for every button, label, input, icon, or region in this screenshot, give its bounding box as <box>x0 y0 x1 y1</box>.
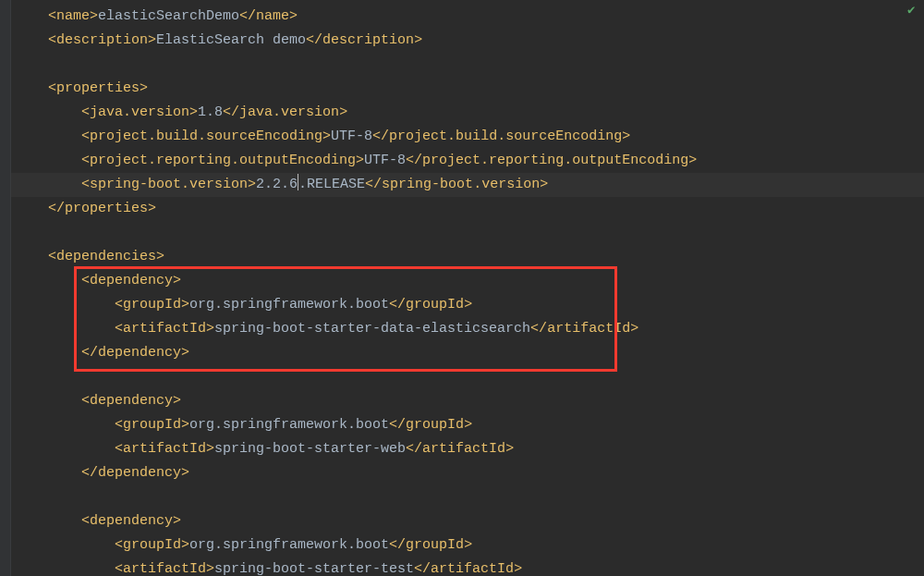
blank-line[interactable] <box>11 221 924 245</box>
code-line[interactable]: <groupId>org.springframework.boot</group… <box>11 533 924 558</box>
code-line[interactable]: <description>ElasticSearch demo</descrip… <box>11 29 924 53</box>
spring-boot-version-prefix: 2.2.6 <box>256 177 298 192</box>
blank-line[interactable] <box>11 485 924 509</box>
gutter <box>0 0 11 576</box>
code-line[interactable]: </dependency> <box>11 341 924 365</box>
code-line[interactable]: <dependency> <box>11 509 924 533</box>
code-line[interactable]: <groupId>org.springframework.boot</group… <box>11 413 924 437</box>
code-line[interactable]: <name>elasticSearchDemo</name> <box>11 5 924 29</box>
blank-line[interactable] <box>11 365 924 389</box>
code-line[interactable]: <artifactId>spring-boot-starter-web</art… <box>11 437 924 461</box>
code-line[interactable]: <dependencies> <box>11 245 924 269</box>
artifactid-value: spring-boot-starter-data-elasticsearch <box>214 321 530 337</box>
artifactid-value: spring-boot-starter-web <box>214 441 406 457</box>
code-line[interactable]: <project.build.sourceEncoding>UTF-8</pro… <box>11 125 924 149</box>
groupid-value: org.springframework.boot <box>189 297 389 313</box>
code-line[interactable]: </dependency> <box>11 461 924 485</box>
pom-description-value: ElasticSearch demo <box>156 32 306 48</box>
source-encoding-value: UTF-8 <box>331 129 372 144</box>
code-line[interactable]: <project.reporting.outputEncoding>UTF-8<… <box>11 149 924 173</box>
reporting-encoding-value: UTF-8 <box>364 153 406 168</box>
inspections-ok-icon[interactable]: ✔ <box>907 4 920 17</box>
code-line[interactable]: <artifactId>spring-boot-starter-test</ar… <box>11 558 924 576</box>
groupid-value: org.springframework.boot <box>189 417 389 433</box>
code-editor[interactable]: <name>elasticSearchDemo</name> <descript… <box>11 0 924 576</box>
artifactid-value: spring-boot-starter-test <box>214 561 414 576</box>
pom-name-value: elasticSearchDemo <box>98 8 239 24</box>
code-line[interactable]: <artifactId>spring-boot-starter-data-ela… <box>11 317 924 341</box>
code-line-active[interactable]: <spring-boot.version>2.2.6.RELEASE</spri… <box>11 173 924 197</box>
code-line[interactable]: <java.version>1.8</java.version> <box>11 101 924 125</box>
groupid-value: org.springframework.boot <box>189 537 389 553</box>
code-line[interactable]: </properties> <box>11 197 924 221</box>
code-line[interactable]: <dependency> <box>11 269 924 293</box>
spring-boot-version-suffix: .RELEASE <box>298 177 365 192</box>
code-line[interactable]: <groupId>org.springframework.boot</group… <box>11 293 924 317</box>
code-line[interactable]: <dependency> <box>11 389 924 413</box>
code-line[interactable]: <properties> <box>11 77 924 101</box>
blank-line[interactable] <box>11 53 924 77</box>
java-version-value: 1.8 <box>198 104 223 120</box>
